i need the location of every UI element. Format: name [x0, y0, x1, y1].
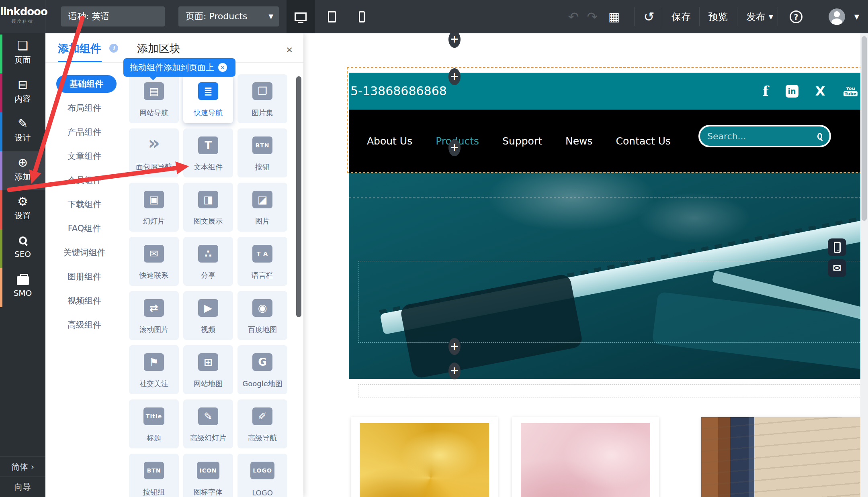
sidebar-item-seo[interactable]: SEO [0, 229, 45, 268]
account-chevron-down-icon[interactable]: ▼ [850, 0, 864, 33]
component-share[interactable]: ∴分享 [183, 237, 233, 286]
grid-icon[interactable]: ▦ [605, 0, 623, 33]
undo-icon[interactable]: ↶ [565, 0, 582, 33]
save-button[interactable]: 保存 [671, 0, 691, 33]
sidebar-item-content[interactable]: ⊟内容 [0, 73, 45, 112]
add-section-button[interactable] [448, 338, 461, 355]
component-label: 按钮组 [129, 487, 179, 497]
component-scrolling-images[interactable]: ⇄滚动图片 [129, 291, 179, 340]
page-scrollbar-thumb[interactable] [862, 36, 867, 221]
component-language-bar[interactable]: T A语言栏 [237, 237, 287, 286]
sidebar-footer-wizard[interactable]: 向导 [0, 477, 45, 497]
redo-icon[interactable]: ↷ [583, 0, 601, 33]
divider [634, 7, 635, 26]
history-icon[interactable]: ↺ [640, 0, 658, 33]
mobile-view-button[interactable] [348, 0, 376, 33]
tooltip-close-icon[interactable]: ✕ [218, 63, 227, 72]
yellow-fabric-image [360, 423, 489, 497]
category-item[interactable]: 布局组件 [48, 99, 121, 117]
sidebar-item-smo[interactable]: SMO [0, 268, 45, 307]
sidebar-item-design[interactable]: ✎设计 [0, 112, 45, 151]
component-quick-nav[interactable]: ≣快速导航 [183, 74, 233, 123]
component-social-follow[interactable]: ⚑社交关注 [129, 345, 179, 394]
component-icon-font[interactable]: ICON图标字体 [183, 454, 233, 497]
tab-add-components[interactable]: 添加组件 [58, 41, 101, 56]
component-video[interactable]: ▶视频 [183, 291, 233, 340]
component-image[interactable]: ◪图片 [237, 183, 287, 232]
add-section-button[interactable] [448, 139, 461, 156]
sidebar-item-page[interactable]: ❏页面 [0, 35, 45, 73]
slideshow-icon: ▣ [144, 191, 164, 208]
preview-button[interactable]: 预览 [708, 0, 728, 33]
component-label: 视频 [183, 325, 233, 334]
gallery-icon: ❐ [252, 82, 272, 100]
chevron-down-icon: ▼ [268, 6, 273, 26]
component-advanced-nav[interactable]: ✐高级导航 [237, 399, 287, 448]
component-image-text[interactable]: ◨图文展示 [183, 183, 233, 232]
language-select[interactable]: 语种: 英语 [61, 6, 165, 26]
component-label: 网站地图 [183, 379, 233, 389]
category-item[interactable]: 下载组件 [48, 196, 121, 213]
component-logo[interactable]: LOGOLOGO [237, 454, 287, 497]
category-item[interactable]: 关键词组件 [48, 244, 121, 261]
component-baidu-map[interactable]: ◉百度地图 [237, 291, 287, 340]
panel-close-button[interactable]: × [286, 45, 293, 55]
logo-text: linkdooo [0, 6, 45, 18]
sidebar-item-settings[interactable]: ⚙设置 [0, 190, 45, 229]
component-title[interactable]: Title标题 [129, 399, 179, 448]
component-label: 社交关注 [129, 379, 179, 389]
image-icon: ◪ [252, 191, 272, 208]
product-card[interactable] [512, 417, 659, 497]
category-item[interactable]: 产品组件 [48, 123, 121, 141]
empty-section-placeholder [358, 384, 868, 397]
category-item[interactable]: 文章组件 [48, 147, 121, 165]
component-label: 高级幻灯片 [183, 433, 233, 443]
add-section-button[interactable] [448, 363, 461, 379]
tab-add-blocks[interactable]: 添加区块 [137, 41, 180, 56]
component-gallery[interactable]: ❐图片集 [237, 74, 287, 123]
avatar[interactable] [829, 8, 845, 25]
product-card[interactable] [351, 417, 498, 497]
component-website-nav[interactable]: ▤网站导航 [129, 74, 179, 123]
component-label: 标题 [129, 433, 179, 443]
logo-icon: LOGO [250, 462, 274, 479]
sidebar-item-label: SMO [0, 288, 45, 298]
page-select[interactable]: 页面: Products ▼ [178, 6, 279, 26]
google-map-icon: G [252, 353, 272, 371]
component-google-map[interactable]: GGoogle地图 [237, 345, 287, 394]
component-label: 分享 [183, 271, 233, 280]
category-item[interactable]: 视频组件 [48, 292, 121, 310]
layout-guide-line [349, 198, 868, 198]
component-advanced-slideshow[interactable]: ✎高级幻灯片 [183, 399, 233, 448]
advanced-nav-icon: ✐ [252, 407, 272, 425]
category-item[interactable]: FAQ组件 [48, 220, 121, 237]
email-contact-button[interactable]: ✉ [828, 259, 846, 277]
language-bar-icon: T A [252, 245, 272, 263]
component-button[interactable]: BTN按钮 [237, 128, 287, 177]
component-slideshow[interactable]: ▣幻灯片 [129, 183, 179, 232]
color-stripe [0, 268, 2, 307]
product-card[interactable] [701, 417, 868, 497]
tooltip-text: 拖动组件添加到页面上 [130, 62, 214, 73]
desktop-view-button[interactable] [287, 0, 315, 33]
publish-button[interactable]: 发布 ▼ [746, 0, 773, 33]
add-section-button[interactable] [448, 31, 461, 48]
sidebar-nav: ❏页面⊟内容✎设计⊕添加⚙设置SEOSMO简体 ›向导 [0, 33, 45, 497]
sidebar-footer-simplified-chinese[interactable]: 简体 › [0, 456, 45, 477]
page-scrollbar[interactable] [860, 0, 868, 497]
panel-scrollbar-thumb[interactable] [296, 76, 301, 317]
category-item[interactable]: 高级组件 [48, 316, 121, 334]
category-item[interactable]: 图册组件 [48, 268, 121, 285]
divider [737, 7, 737, 26]
sidebar-item-label: SEO [0, 249, 45, 259]
mobile-contact-button[interactable] [828, 238, 846, 256]
page-select-label: 页面: Products [186, 11, 247, 21]
app-logo: linkdooo 领度科技 [0, 0, 45, 33]
help-button[interactable]: ? [788, 0, 804, 33]
component-sitemap[interactable]: ⊞网站地图 [183, 345, 233, 394]
component-button-group[interactable]: BTN按钮组 [129, 454, 179, 497]
add-section-button[interactable] [448, 68, 461, 85]
tablet-view-button[interactable] [318, 0, 346, 33]
component-text[interactable]: T文本组件 [183, 128, 233, 177]
component-quick-contact[interactable]: ✉快速联系 [129, 237, 179, 286]
